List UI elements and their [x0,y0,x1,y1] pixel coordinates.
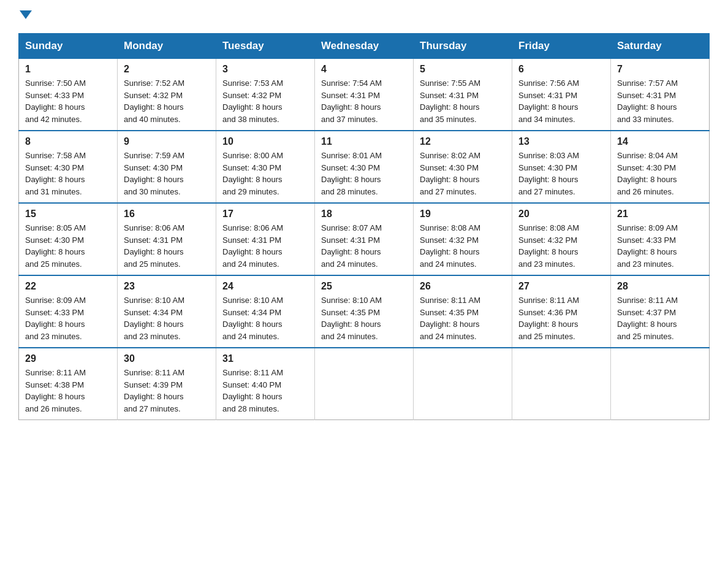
day-number: 31 [222,353,308,364]
day-number: 6 [518,64,604,75]
day-info: Sunrise: 7:59 AMSunset: 4:30 PMDaylight:… [124,150,210,197]
calendar-table: SundayMondayTuesdayWednesdayThursdayFrid… [18,33,710,420]
day-info: Sunrise: 8:10 AMSunset: 4:34 PMDaylight:… [124,294,210,342]
calendar-cell: 8 Sunrise: 7:58 AMSunset: 4:30 PMDayligh… [19,131,118,203]
calendar-cell: 23 Sunrise: 8:10 AMSunset: 4:34 PMDaylig… [118,275,216,348]
calendar-cell: 16 Sunrise: 8:06 AMSunset: 4:31 PMDaylig… [118,203,216,275]
calendar-cell: 29 Sunrise: 8:11 AMSunset: 4:38 PMDaylig… [19,348,118,420]
day-info: Sunrise: 8:05 AMSunset: 4:30 PMDaylight:… [25,222,111,270]
day-info: Sunrise: 8:11 AMSunset: 4:40 PMDaylight:… [222,367,308,415]
day-info: Sunrise: 8:11 AMSunset: 4:36 PMDaylight:… [518,294,604,342]
calendar-cell: 9 Sunrise: 7:59 AMSunset: 4:30 PMDayligh… [118,131,216,203]
day-number: 15 [25,209,111,220]
calendar-week-2: 8 Sunrise: 7:58 AMSunset: 4:30 PMDayligh… [19,131,710,203]
calendar-week-1: 1 Sunrise: 7:50 AMSunset: 4:33 PMDayligh… [19,59,710,131]
day-info: Sunrise: 8:00 AMSunset: 4:30 PMDaylight:… [222,150,308,197]
day-info: Sunrise: 8:11 AMSunset: 4:37 PMDaylight:… [617,294,703,342]
day-info: Sunrise: 7:54 AMSunset: 4:31 PMDaylight:… [321,77,407,125]
weekday-header-wednesday: Wednesday [315,34,414,59]
calendar-cell: 22 Sunrise: 8:09 AMSunset: 4:33 PMDaylig… [19,275,118,348]
calendar-cell: 7 Sunrise: 7:57 AMSunset: 4:31 PMDayligh… [611,59,710,131]
calendar-cell [414,348,512,420]
day-info: Sunrise: 8:10 AMSunset: 4:35 PMDaylight:… [321,294,407,342]
calendar-cell: 15 Sunrise: 8:05 AMSunset: 4:30 PMDaylig… [19,203,118,275]
calendar-cell [611,348,710,420]
weekday-header-sunday: Sunday [19,34,118,59]
day-number: 19 [420,209,506,220]
day-number: 28 [617,281,703,292]
day-info: Sunrise: 8:06 AMSunset: 4:31 PMDaylight:… [124,222,210,270]
day-number: 5 [420,64,506,75]
day-number: 21 [617,209,703,220]
day-number: 12 [420,136,506,147]
calendar-cell: 26 Sunrise: 8:11 AMSunset: 4:35 PMDaylig… [414,275,512,348]
calendar-cell: 12 Sunrise: 8:02 AMSunset: 4:30 PMDaylig… [414,131,512,203]
calendar-cell: 30 Sunrise: 8:11 AMSunset: 4:39 PMDaylig… [118,348,216,420]
page-header [18,12,710,21]
day-number: 20 [518,209,604,220]
calendar-week-5: 29 Sunrise: 8:11 AMSunset: 4:38 PMDaylig… [19,348,710,420]
calendar-cell: 18 Sunrise: 8:07 AMSunset: 4:31 PMDaylig… [315,203,414,275]
logo-triangle-icon [20,10,32,19]
logo-line1 [18,12,32,21]
day-info: Sunrise: 8:08 AMSunset: 4:32 PMDaylight:… [420,222,506,270]
calendar-cell: 11 Sunrise: 8:01 AMSunset: 4:30 PMDaylig… [315,131,414,203]
day-number: 10 [222,136,308,147]
calendar-body: 1 Sunrise: 7:50 AMSunset: 4:33 PMDayligh… [19,59,710,420]
calendar-cell [315,348,414,420]
day-info: Sunrise: 8:11 AMSunset: 4:39 PMDaylight:… [124,367,210,415]
day-info: Sunrise: 7:55 AMSunset: 4:31 PMDaylight:… [420,77,506,125]
day-info: Sunrise: 8:01 AMSunset: 4:30 PMDaylight:… [321,150,407,197]
weekday-header-tuesday: Tuesday [216,34,315,59]
calendar-cell: 14 Sunrise: 8:04 AMSunset: 4:30 PMDaylig… [611,131,710,203]
weekday-header-saturday: Saturday [611,34,710,59]
calendar-cell: 4 Sunrise: 7:54 AMSunset: 4:31 PMDayligh… [315,59,414,131]
calendar-cell: 20 Sunrise: 8:08 AMSunset: 4:32 PMDaylig… [512,203,611,275]
day-number: 29 [25,353,111,364]
calendar-cell: 3 Sunrise: 7:53 AMSunset: 4:32 PMDayligh… [216,59,315,131]
day-number: 8 [25,136,111,147]
day-number: 24 [222,281,308,292]
day-info: Sunrise: 8:02 AMSunset: 4:30 PMDaylight:… [420,150,506,197]
day-info: Sunrise: 8:10 AMSunset: 4:34 PMDaylight:… [222,294,308,342]
calendar-cell: 6 Sunrise: 7:56 AMSunset: 4:31 PMDayligh… [512,59,611,131]
calendar-week-4: 22 Sunrise: 8:09 AMSunset: 4:33 PMDaylig… [19,275,710,348]
day-number: 17 [222,209,308,220]
day-number: 2 [124,64,210,75]
day-info: Sunrise: 8:08 AMSunset: 4:32 PMDaylight:… [518,222,604,270]
weekday-header-monday: Monday [118,34,216,59]
calendar-cell: 1 Sunrise: 7:50 AMSunset: 4:33 PMDayligh… [19,59,118,131]
calendar-cell: 28 Sunrise: 8:11 AMSunset: 4:37 PMDaylig… [611,275,710,348]
day-info: Sunrise: 7:57 AMSunset: 4:31 PMDaylight:… [617,77,703,125]
calendar-cell: 2 Sunrise: 7:52 AMSunset: 4:32 PMDayligh… [118,59,216,131]
day-number: 11 [321,136,407,147]
calendar-cell: 19 Sunrise: 8:08 AMSunset: 4:32 PMDaylig… [414,203,512,275]
day-info: Sunrise: 8:11 AMSunset: 4:38 PMDaylight:… [25,367,111,415]
day-number: 22 [25,281,111,292]
day-info: Sunrise: 7:56 AMSunset: 4:31 PMDaylight:… [518,77,604,125]
day-number: 16 [124,209,210,220]
day-number: 23 [124,281,210,292]
day-number: 3 [222,64,308,75]
calendar-cell: 17 Sunrise: 8:06 AMSunset: 4:31 PMDaylig… [216,203,315,275]
weekday-header-friday: Friday [512,34,611,59]
day-number: 14 [617,136,703,147]
day-info: Sunrise: 8:06 AMSunset: 4:31 PMDaylight:… [222,222,308,270]
logo [18,12,32,21]
calendar-cell: 5 Sunrise: 7:55 AMSunset: 4:31 PMDayligh… [414,59,512,131]
day-number: 7 [617,64,703,75]
weekday-header-thursday: Thursday [414,34,512,59]
day-info: Sunrise: 8:03 AMSunset: 4:30 PMDaylight:… [518,150,604,197]
weekday-header-row: SundayMondayTuesdayWednesdayThursdayFrid… [19,34,710,59]
day-info: Sunrise: 8:04 AMSunset: 4:30 PMDaylight:… [617,150,703,197]
calendar-cell: 25 Sunrise: 8:10 AMSunset: 4:35 PMDaylig… [315,275,414,348]
day-info: Sunrise: 8:09 AMSunset: 4:33 PMDaylight:… [617,222,703,270]
day-number: 13 [518,136,604,147]
day-info: Sunrise: 8:11 AMSunset: 4:35 PMDaylight:… [420,294,506,342]
day-number: 27 [518,281,604,292]
calendar-cell: 31 Sunrise: 8:11 AMSunset: 4:40 PMDaylig… [216,348,315,420]
day-info: Sunrise: 8:09 AMSunset: 4:33 PMDaylight:… [25,294,111,342]
calendar-cell: 13 Sunrise: 8:03 AMSunset: 4:30 PMDaylig… [512,131,611,203]
day-number: 1 [25,64,111,75]
day-number: 4 [321,64,407,75]
